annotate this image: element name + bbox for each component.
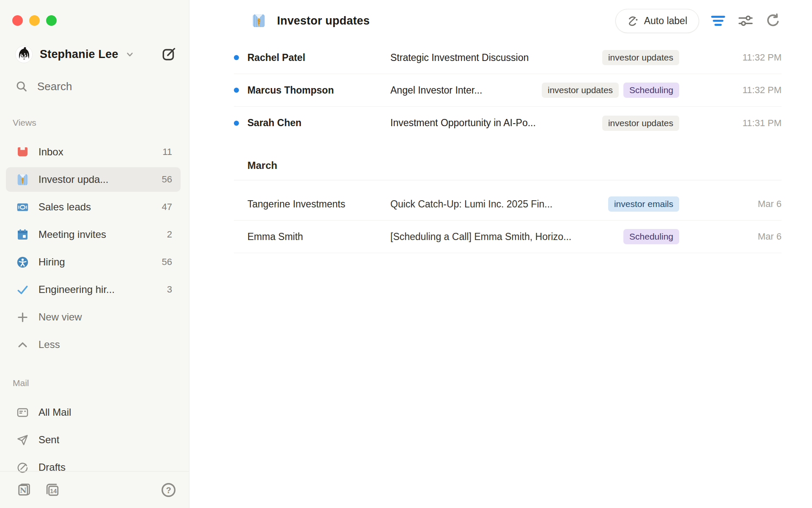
email-row[interactable]: Sarah Chen Investment Opportunity in AI-…	[234, 107, 782, 139]
check-icon	[16, 284, 29, 296]
sidebar-item-label: Less	[38, 339, 60, 351]
svg-text:?: ?	[166, 485, 171, 494]
sliders-icon	[738, 13, 754, 29]
sidebar-item-investor-upda[interactable]: Investor upda... 56	[6, 167, 181, 192]
sidebar-item-sent[interactable]: Sent	[6, 428, 181, 452]
search-icon	[15, 80, 28, 93]
svg-text:14: 14	[50, 488, 57, 494]
unread-count: 56	[162, 174, 172, 185]
email-tag-investor-emails[interactable]: investor emails	[608, 196, 679, 212]
search-label: Search	[37, 80, 72, 93]
sidebar-item-meeting-invites[interactable]: Meeting invites 2	[6, 222, 181, 247]
email-row[interactable]: Tangerine Investments Quick Catch-Up: Lu…	[234, 188, 782, 221]
notion-calendar-button[interactable]: 14	[45, 482, 60, 497]
inbox-icon	[16, 146, 29, 158]
email-tag-scheduling[interactable]: Scheduling	[623, 83, 679, 98]
sidebar-item-less[interactable]: Less	[6, 332, 181, 357]
email-tag-investor-updates[interactable]: investor updates	[602, 50, 679, 65]
search-button[interactable]: Search	[15, 79, 176, 94]
auto-label-button[interactable]: Auto label	[615, 9, 699, 33]
email-sender: Marcus Thompson	[247, 85, 390, 96]
email-tag-investor-updates[interactable]: investor updates	[602, 116, 679, 131]
main-panel: Investor updates Auto label	[190, 0, 812, 508]
sidebar-item-engineering-hir[interactable]: Engineering hir... 3	[6, 277, 181, 302]
email-row[interactable]: Emma Smith [Scheduling a Call] Emma Smit…	[234, 221, 782, 253]
sidebar-item-inbox[interactable]: Inbox 11	[6, 140, 181, 164]
refresh-icon	[765, 13, 781, 29]
calendar-icon	[16, 229, 29, 241]
page-title: Investor updates	[277, 14, 370, 28]
avatar	[15, 46, 33, 63]
sidebar-item-all-mail[interactable]: All Mail	[6, 400, 181, 425]
filter-icon	[710, 13, 726, 29]
send-icon	[16, 434, 29, 446]
unread-count: 47	[162, 202, 172, 213]
sidebar-item-label: Inbox	[38, 146, 63, 158]
unread-count: 2	[167, 229, 172, 240]
sidebar-item-sales-leads[interactable]: Sales leads 47	[6, 195, 181, 219]
plus-icon	[16, 311, 29, 323]
filter-button[interactable]	[710, 12, 727, 29]
group-heading-march: March	[234, 139, 782, 180]
unread-dot	[234, 121, 239, 126]
help-button[interactable]: ?	[161, 482, 176, 498]
email-sender: Emma Smith	[247, 231, 390, 243]
user-name: Stephanie Lee	[40, 48, 118, 61]
refresh-button[interactable]	[765, 12, 782, 29]
email-row[interactable]: Marcus Thompson Angel Investor Inter... …	[234, 74, 782, 107]
necktie-icon	[252, 14, 266, 28]
email-subject: Quick Catch-Up: Lumi Inc. 2025 Fin...	[390, 199, 553, 210]
person-circle-icon	[16, 256, 29, 268]
section-label-mail: Mail	[13, 378, 189, 389]
close-window-button[interactable]	[12, 15, 23, 26]
sidebar-item-label: Engineering hir...	[38, 284, 115, 295]
email-time: Mar 6	[679, 199, 782, 210]
email-row[interactable]: Rachel Patel Strategic Investment Discus…	[234, 41, 782, 74]
window-controls	[12, 15, 189, 26]
email-tags: investor updatesScheduling	[536, 83, 679, 98]
email-sender: Rachel Patel	[247, 52, 390, 64]
svg-text:N: N	[20, 486, 27, 494]
email-list: Rachel Patel Strategic Investment Discus…	[234, 41, 782, 253]
email-time: Mar 6	[679, 231, 782, 242]
email-time: 11:32 PM	[679, 52, 782, 63]
email-subject: [Scheduling a Call] Emma Smith, Horizo..…	[390, 231, 571, 243]
email-sender: Sarah Chen	[247, 117, 390, 129]
account-switcher[interactable]: Stephanie Lee	[15, 46, 135, 63]
sidebar: Stephanie Lee Search Views Inbox 11 Inve…	[0, 0, 189, 508]
sidebar-item-new-view[interactable]: New view	[6, 305, 181, 329]
email-subject: Investment Opportunity in AI-Po...	[390, 117, 536, 129]
sidebar-item-label: Investor upda...	[38, 174, 108, 185]
email-tags: Scheduling	[617, 229, 679, 244]
email-tags: investor updates	[596, 116, 679, 131]
all-mail-icon	[16, 406, 29, 419]
sidebar-item-label: Meeting invites	[38, 229, 106, 240]
unread-count: 56	[162, 257, 172, 268]
banknote-icon	[16, 201, 29, 213]
notion-app-button[interactable]: N	[16, 482, 31, 497]
minimize-window-button[interactable]	[29, 15, 40, 26]
email-sender: Tangerine Investments	[247, 199, 390, 210]
email-subject: Strategic Investment Discussion	[390, 52, 529, 64]
question-mark-icon: ?	[161, 482, 176, 498]
email-tags: investor updates	[596, 50, 679, 65]
email-tags: investor emails	[602, 196, 679, 212]
unread-count: 11	[162, 146, 172, 157]
email-tag-investor-updates[interactable]: investor updates	[542, 83, 619, 98]
zoom-window-button[interactable]	[46, 15, 57, 26]
compose-button[interactable]	[161, 47, 176, 62]
unread-dot	[234, 88, 239, 93]
auto-label-icon	[627, 15, 639, 27]
unread-dot	[234, 55, 239, 60]
sidebar-item-label: Sent	[38, 434, 59, 446]
sidebar-footer: N 14 ?	[0, 471, 189, 508]
email-time: 11:32 PM	[679, 85, 782, 96]
notion-icon: N	[16, 482, 31, 497]
sidebar-item-label: Sales leads	[38, 201, 91, 213]
email-tag-scheduling[interactable]: Scheduling	[623, 229, 679, 244]
sidebar-item-hiring[interactable]: Hiring 56	[6, 250, 181, 274]
section-label-views: Views	[13, 118, 189, 129]
necktie-icon	[16, 174, 29, 186]
email-time: 11:31 PM	[679, 118, 782, 129]
display-options-button[interactable]	[737, 12, 754, 29]
